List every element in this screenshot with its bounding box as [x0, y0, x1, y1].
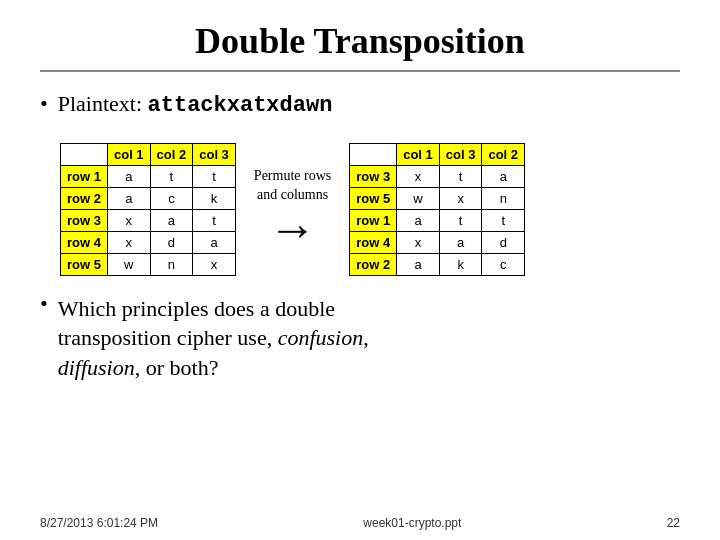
confusion-text: confusion — [278, 325, 364, 350]
plaintext-prefix: Plaintext: — [58, 91, 148, 116]
table2-corner — [350, 143, 397, 165]
arrow-icon: → — [269, 205, 317, 253]
plaintext-value: attackxatxdawn — [148, 93, 333, 118]
table2-row1: row 1 a t t — [350, 209, 525, 231]
bullet1-row: • Plaintext: attackxatxdawn — [40, 90, 680, 121]
table2-col3: col 3 — [439, 143, 482, 165]
table1-col1: col 1 — [107, 143, 150, 165]
bullet2-dot: • — [40, 290, 48, 319]
table1-row2: row 2 a c k — [61, 187, 236, 209]
table2-col1: col 1 — [397, 143, 440, 165]
table1-row5: row 5 w n x — [61, 253, 236, 275]
table2-header-row: col 1 col 3 col 2 — [350, 143, 525, 165]
table1-corner — [61, 143, 108, 165]
slide: Double Transposition • Plaintext: attack… — [0, 0, 720, 540]
bullet1-section: • Plaintext: attackxatxdawn — [40, 90, 680, 131]
footer: 8/27/2013 6:01:24 PM week01-crypto.ppt 2… — [0, 516, 720, 530]
table1-row3: row 3 x a t — [61, 209, 236, 231]
divider — [40, 70, 680, 72]
permute-group: Permute rowsand columns → — [246, 166, 339, 253]
table2: col 1 col 3 col 2 row 3 x t a row 5 w x … — [349, 143, 525, 276]
slide-title: Double Transposition — [40, 20, 680, 62]
plaintext-label: Plaintext: attackxatxdawn — [58, 90, 333, 121]
bullet2-row: • Which principles does a double transpo… — [40, 290, 680, 383]
table1-col2: col 2 — [150, 143, 193, 165]
table2-row2: row 2 a k c — [350, 253, 525, 275]
table1: col 1 col 2 col 3 row 1 a t t row 2 a c … — [60, 143, 236, 276]
footer-page: 22 — [667, 516, 680, 530]
table2-col2: col 2 — [482, 143, 525, 165]
bullet2-text: Which principles does a double transposi… — [58, 294, 369, 383]
table1-row1: row 1 a t t — [61, 165, 236, 187]
table1-col3: col 3 — [193, 143, 236, 165]
footer-filename: week01-crypto.ppt — [363, 516, 461, 530]
bullet1-dot: • — [40, 90, 48, 119]
table2-row3: row 3 x t a — [350, 165, 525, 187]
permute-label: Permute rowsand columns — [254, 166, 331, 205]
diffusion-text: diffusion — [58, 355, 135, 380]
footer-date: 8/27/2013 6:01:24 PM — [40, 516, 158, 530]
tables-area: col 1 col 2 col 3 row 1 a t t row 2 a c … — [60, 143, 680, 276]
table2-row4: row 4 x a d — [350, 231, 525, 253]
table2-row5: row 5 w x n — [350, 187, 525, 209]
table1-row4: row 4 x d a — [61, 231, 236, 253]
table1-header-row: col 1 col 2 col 3 — [61, 143, 236, 165]
